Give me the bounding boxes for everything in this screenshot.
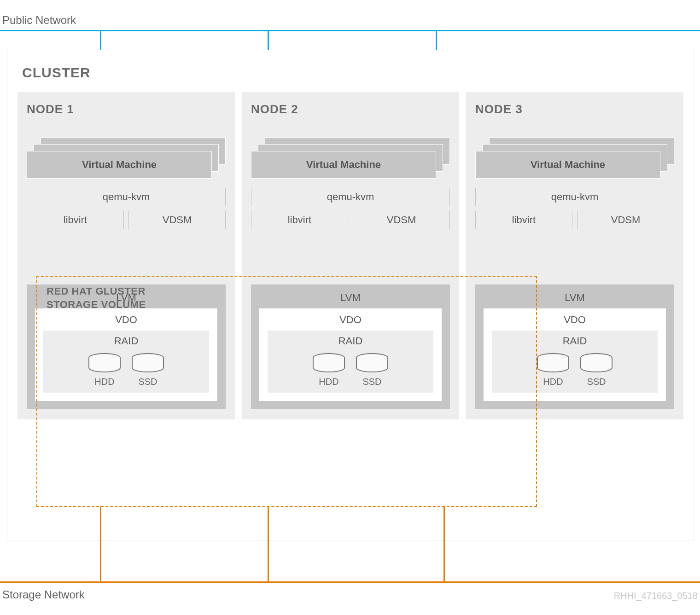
raid-box-3: RAID HDD (492, 331, 658, 393)
ssd-disk: SSD (355, 353, 389, 387)
public-network-line (0, 30, 700, 31)
raid-label: RAID (274, 334, 426, 353)
vdo-label: VDO (268, 312, 433, 331)
vdo-label: VDO (43, 312, 209, 331)
document-id: RHHI_471663_0518 (614, 591, 698, 601)
vdo-box-3: VDO RAID HDD (484, 308, 666, 401)
raid-box-2: RAID HDD (268, 331, 433, 393)
storage-network-label: Storage Network (2, 588, 85, 601)
vdo-label: VDO (492, 312, 658, 331)
public-network-label: Public Network (2, 14, 76, 27)
ssd-disk: SSD (579, 353, 613, 387)
vm-stack-3: Virtual Machine (475, 137, 674, 179)
disk-icon (131, 353, 165, 373)
storage-connector-node3 (443, 506, 445, 583)
nodes-row: NODE 1 Virtual Machine qemu-kvm libvirt … (18, 92, 683, 419)
vdsm-box: VDSM (128, 211, 226, 229)
vm-card-front: Virtual Machine (251, 151, 436, 179)
lvm-label: LVM (259, 289, 442, 308)
vm-card-front: Virtual Machine (27, 151, 212, 179)
vdsm-box: VDSM (353, 211, 450, 229)
raid-box-1: RAID HDD (43, 331, 209, 393)
node-2-title: NODE 2 (251, 102, 450, 116)
qemu-box: qemu-kvm (475, 188, 674, 206)
vdsm-box: VDSM (577, 211, 674, 229)
ssd-label: SSD (362, 377, 381, 387)
disk-icon (88, 353, 122, 373)
vm-card-front: Virtual Machine (475, 151, 660, 179)
disk-icon (579, 353, 613, 373)
hdd-disk: HDD (312, 353, 346, 387)
cluster-title: CLUSTER (22, 65, 683, 81)
ssd-label: SSD (138, 377, 157, 387)
storage-connector-node2 (268, 506, 269, 583)
libvirt-box: libvirt (251, 211, 348, 229)
hdd-label: HDD (319, 377, 338, 387)
ssd-disk: SSD (131, 353, 165, 387)
node-1: NODE 1 Virtual Machine qemu-kvm libvirt … (18, 92, 235, 419)
node-2: NODE 2 Virtual Machine qemu-kvm libvirt … (242, 92, 459, 419)
cluster-box: CLUSTER NODE 1 Virtual Machine qemu-kvm … (7, 50, 694, 540)
vdo-box-1: VDO RAID HDD (35, 308, 217, 401)
libvirt-box: libvirt (475, 211, 572, 229)
storage-connector-node1 (100, 506, 101, 583)
vdo-box-2: VDO RAID HDD (259, 308, 442, 401)
hdd-label: HDD (94, 377, 114, 387)
lvm-box-2: LVM VDO RAID HDD (251, 284, 450, 409)
node-1-title: NODE 1 (27, 102, 226, 116)
disk-icon (536, 353, 570, 373)
qemu-box: qemu-kvm (251, 188, 450, 206)
qemu-box: qemu-kvm (27, 188, 226, 206)
storage-network-line (0, 581, 700, 583)
libvirt-box: libvirt (27, 211, 124, 229)
node-3-title: NODE 3 (475, 102, 674, 116)
vm-stack-1: Virtual Machine (27, 137, 226, 179)
disk-icon (312, 353, 346, 373)
lvm-label: LVM (484, 289, 666, 308)
node-3: NODE 3 Virtual Machine qemu-kvm libvirt … (466, 92, 683, 419)
vm-stack-2: Virtual Machine (251, 137, 450, 179)
lvm-label: LVM (35, 289, 217, 308)
lvm-box-3: LVM VDO RAID HDD (475, 284, 674, 409)
raid-label: RAID (499, 334, 651, 353)
raid-label: RAID (50, 334, 202, 353)
lvm-box-1: LVM VDO RAID HDD (27, 284, 226, 409)
hdd-label: HDD (543, 377, 563, 387)
hdd-disk: HDD (536, 353, 570, 387)
ssd-label: SSD (587, 377, 606, 387)
hdd-disk: HDD (88, 353, 122, 387)
disk-icon (355, 353, 389, 373)
